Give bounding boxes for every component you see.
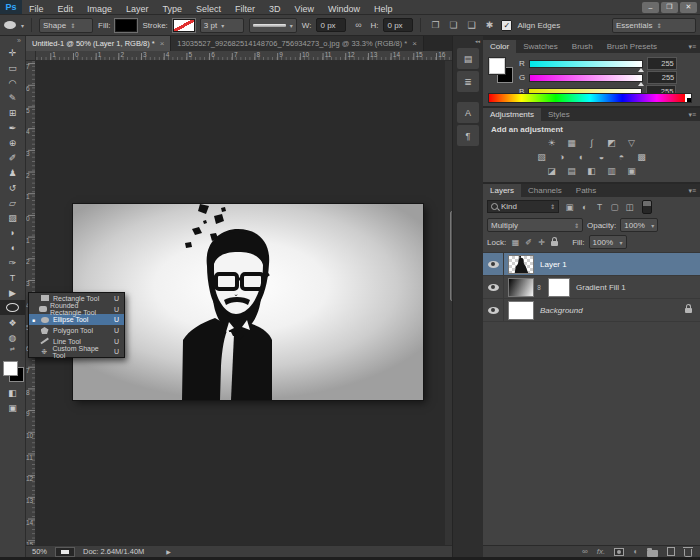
mask-thumbnail[interactable]: [548, 278, 570, 297]
layer-row-3[interactable]: Background: [483, 299, 700, 322]
panel-foreground-swatch[interactable]: [489, 58, 505, 74]
gradient-thumbnail[interactable]: [508, 278, 534, 297]
height-input[interactable]: 0 px: [383, 18, 413, 32]
spot-healing-brush-tool[interactable]: ⊕: [0, 135, 25, 150]
history-panel-icon[interactable]: ▤: [457, 48, 479, 69]
path-arrangement-icon[interactable]: ❑: [464, 18, 478, 32]
geometry-options-icon[interactable]: ✱: [482, 18, 496, 32]
eraser-tool[interactable]: ▱: [0, 195, 25, 210]
tool-preset-dropdown-icon[interactable]: ▾: [21, 22, 24, 29]
eye-icon[interactable]: [488, 284, 499, 291]
slider-track[interactable]: [529, 60, 643, 68]
hue-saturation-icon[interactable]: ▧: [534, 151, 549, 163]
layer-row-2[interactable]: ∞Gradient Fill 1: [483, 276, 700, 299]
menu-3d[interactable]: 3D: [262, 4, 288, 14]
visibility-cell[interactable]: [483, 299, 504, 321]
curves-icon[interactable]: ∫: [584, 137, 599, 149]
filter-toggle-icon[interactable]: [642, 200, 652, 214]
clone-stamp-tool[interactable]: ♟: [0, 165, 25, 180]
adjustments-panel-menu-icon[interactable]: ▾≡: [688, 108, 700, 121]
menu-layer[interactable]: Layer: [119, 4, 156, 14]
app-logo[interactable]: Ps: [0, 0, 22, 14]
filter-smart-objects-icon[interactable]: ◫: [622, 201, 637, 213]
adjustments-tab-styles[interactable]: Styles: [541, 108, 577, 121]
document-tab-1[interactable]: Untitled-1 @ 50% (Layer 1, RGB/8) *×: [26, 36, 171, 51]
lasso-tool[interactable]: ◠: [0, 75, 25, 90]
layers-tab-paths[interactable]: Paths: [569, 184, 603, 197]
align-edges-checkbox[interactable]: ✓: [501, 20, 512, 31]
lock-pixels-icon[interactable]: ✐: [523, 238, 534, 247]
gradient-map-icon[interactable]: ▥: [604, 165, 619, 177]
screen-mode-button[interactable]: ▣: [0, 400, 25, 415]
tool-mode-select[interactable]: Shape ⇕: [39, 18, 93, 33]
link-dimensions-icon[interactable]: ∞: [351, 18, 365, 32]
layer-row-1[interactable]: Layer 1: [483, 253, 700, 276]
new-group-button[interactable]: [647, 547, 658, 557]
invert-icon[interactable]: ◪: [544, 165, 559, 177]
stroke-color-swatch[interactable]: [173, 19, 195, 32]
blend-mode-select[interactable]: Multiply ⇕: [487, 218, 583, 232]
fill-color-swatch[interactable]: [115, 19, 137, 32]
paragraph-panel-icon[interactable]: ¶: [457, 125, 479, 146]
document-tab-2[interactable]: 13035527_992682514148706_756934273_o.jpg…: [171, 36, 424, 51]
layers-tab-layers[interactable]: Layers: [483, 184, 521, 197]
channel-value[interactable]: 255: [647, 71, 677, 84]
stroke-style-select[interactable]: ▾: [249, 18, 297, 33]
color-panel-menu-icon[interactable]: ▾≡: [688, 40, 700, 53]
quick-selection-tool[interactable]: ✎: [0, 90, 25, 105]
brush-tool[interactable]: ✐: [0, 150, 25, 165]
properties-panel-icon[interactable]: ≣: [457, 71, 479, 92]
color-balance-icon[interactable]: ◑: [554, 151, 569, 163]
flyout-item-rounded-rectangle[interactable]: Rounded Rectangle ToolU: [29, 304, 124, 315]
opacity-input[interactable]: 100% ▾: [620, 218, 658, 232]
eye-icon[interactable]: [488, 261, 499, 268]
canvas-image[interactable]: [73, 204, 423, 400]
vibrance-icon[interactable]: ▽: [624, 137, 639, 149]
color-tab-color[interactable]: Color: [483, 40, 516, 53]
lock-all-icon[interactable]: [549, 238, 560, 247]
tab-close-icon[interactable]: ×: [412, 39, 417, 48]
eye-icon[interactable]: [488, 307, 499, 314]
black-white-icon[interactable]: ◐: [574, 151, 589, 163]
path-alignment-icon[interactable]: ❏: [446, 18, 460, 32]
layer-thumbnail[interactable]: [508, 255, 534, 274]
blur-tool[interactable]: ◗: [0, 225, 25, 240]
filter-adjustment-layers-icon[interactable]: ◐: [577, 201, 592, 213]
flyout-item-polygon[interactable]: Polygon ToolU: [29, 325, 124, 336]
restore-button[interactable]: ❐: [661, 2, 678, 13]
move-tool[interactable]: ✛: [0, 45, 25, 60]
channel-mixer-icon[interactable]: ◓: [614, 151, 629, 163]
menu-select[interactable]: Select: [189, 4, 228, 14]
toolbar-collapse-icon[interactable]: »: [0, 36, 25, 45]
hand-tool[interactable]: ❖: [0, 315, 25, 330]
menu-file[interactable]: File: [22, 4, 51, 14]
delete-layer-button[interactable]: [684, 546, 692, 557]
flyout-item-custom-shape[interactable]: ❉Custom Shape ToolU: [29, 346, 124, 357]
width-input[interactable]: 0 px: [316, 18, 346, 32]
exposure-icon[interactable]: ◩: [604, 137, 619, 149]
type-tool[interactable]: T: [0, 270, 25, 285]
menu-edit[interactable]: Edit: [51, 4, 81, 14]
add-layer-mask-button[interactable]: [614, 548, 624, 556]
visibility-cell[interactable]: [483, 253, 504, 275]
visibility-cell[interactable]: [483, 276, 504, 298]
layers-panel-menu-icon[interactable]: ▾≡: [688, 184, 700, 197]
path-operations-icon[interactable]: ❐: [428, 18, 442, 32]
layer-thumbnail[interactable]: [508, 301, 534, 320]
menu-filter[interactable]: Filter: [228, 4, 262, 14]
filter-shape-layers-icon[interactable]: ▢: [607, 201, 622, 213]
brightness-contrast-icon[interactable]: ☀: [544, 137, 559, 149]
color-tab-brush[interactable]: Brush: [565, 40, 600, 53]
tab-close-icon[interactable]: ×: [160, 39, 165, 48]
menu-type[interactable]: Type: [156, 4, 190, 14]
channel-value[interactable]: 255: [647, 57, 677, 70]
close-button[interactable]: ✕: [680, 2, 697, 13]
link-layers-button[interactable]: ∞: [582, 547, 588, 556]
workspace-switcher[interactable]: Essentials ⇕: [612, 18, 696, 33]
new-adjustment-layer-button[interactable]: ◐: [633, 547, 638, 556]
pen-tool[interactable]: ✑: [0, 255, 25, 270]
path-selection-tool[interactable]: ▶: [0, 285, 25, 300]
color-spectrum-ramp[interactable]: [488, 93, 692, 103]
color-tab-swatches[interactable]: Swatches: [516, 40, 565, 53]
swap-colors-icon[interactable]: ⇄: [0, 345, 25, 353]
